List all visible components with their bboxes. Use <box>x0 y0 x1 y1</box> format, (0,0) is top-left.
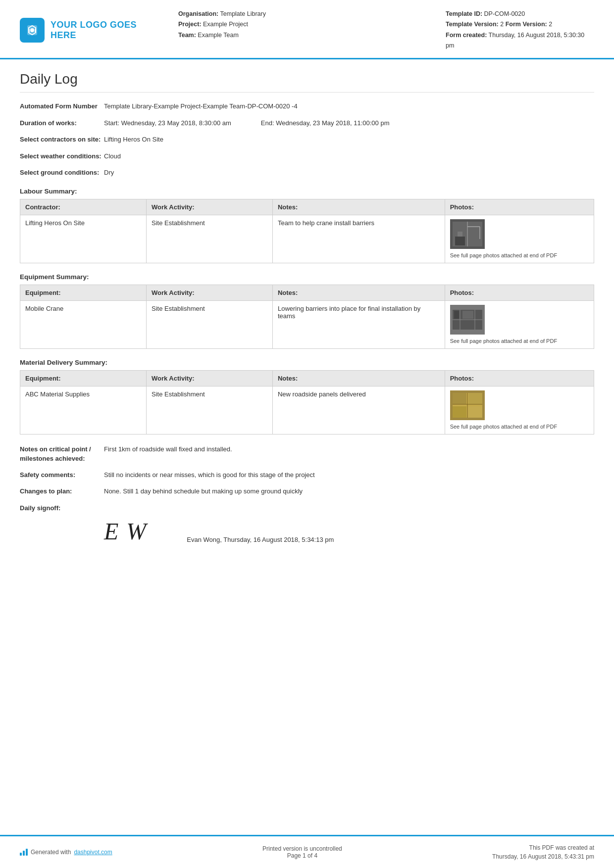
page-footer: Generated with dashpivot.com Printed ver… <box>0 835 614 868</box>
signoff-label: Daily signoff: <box>20 503 104 513</box>
labour-activity-1: Site Establishment <box>146 215 272 263</box>
duration-start: Start: Wednesday, 23 May 2018, 8:30:00 a… <box>104 118 231 128</box>
duration-end: End: Wednesday, 23 May 2018, 11:00:00 pm <box>261 118 390 128</box>
svg-rect-19 <box>453 393 466 404</box>
footer-right: This PDF was created at Thursday, 16 Aug… <box>492 843 594 861</box>
signature-image: E W <box>104 520 147 545</box>
logo-area: YOUR LOGO GOES HERE <box>20 9 158 51</box>
safety-value: Still no incidents or near misses, which… <box>104 470 594 480</box>
contractors-label: Select contractors on site: <box>20 135 104 144</box>
dashpivot-link[interactable]: dashpivot.com <box>74 849 112 856</box>
material-activity-1: Site Establishment <box>146 386 272 434</box>
weather-value: Cloud <box>104 151 594 161</box>
equipment-summary-table: Equipment: Work Activity: Notes: Photos:… <box>20 285 594 349</box>
equipment-col-notes: Notes: <box>272 285 445 300</box>
labour-notes-1: Team to help crane install barriers <box>272 215 445 263</box>
material-table-header: Equipment: Work Activity: Notes: Photos: <box>20 371 594 386</box>
logo-svg <box>25 23 40 38</box>
generated-text: Generated with <box>31 849 71 856</box>
ground-label: Select ground conditions: <box>20 168 104 177</box>
header-meta: Organisation: Template Library Project: … <box>158 9 436 51</box>
equipment-col-activity: Work Activity: <box>146 285 272 300</box>
footer-center-line2: Page 1 of 4 <box>262 852 342 859</box>
duration-value: Start: Wednesday, 23 May 2018, 8:30:00 a… <box>104 118 594 128</box>
crane-photo-svg <box>450 219 485 249</box>
material-summary-table: Equipment: Work Activity: Notes: Photos:… <box>20 370 594 434</box>
field-row-critical: Notes on critical point / milestones ach… <box>20 444 594 463</box>
template-version-row: Template Version: 2 Form Version: 2 <box>446 19 594 30</box>
duration-row: Start: Wednesday, 23 May 2018, 8:30:00 a… <box>104 118 594 128</box>
logo-icon <box>20 18 45 43</box>
contractors-value: Lifting Heros On Site <box>104 135 594 145</box>
form-title: Daily Log <box>20 71 594 93</box>
changes-label: Changes to plan: <box>20 486 104 496</box>
labour-col-contractor: Contractor: <box>20 199 147 215</box>
field-row-safety: Safety comments: Still no incidents or n… <box>20 470 594 480</box>
svg-rect-15 <box>462 311 473 319</box>
material-photos-1: See full page photos attached at end of … <box>445 386 594 434</box>
field-row-contractors: Select contractors on site: Lifting Hero… <box>20 135 594 145</box>
labour-col-notes: Notes: <box>272 199 445 215</box>
logo-text: YOUR LOGO GOES HERE <box>51 20 158 41</box>
labour-row-1: Lifting Heros On Site Site Establishment… <box>20 215 594 263</box>
equipment-photos-1: See full page photos attached at end of … <box>445 300 594 348</box>
labour-summary-heading: Labour Summary: <box>20 188 594 195</box>
dashpivot-icon <box>20 849 28 856</box>
labour-contractor-1: Lifting Heros On Site <box>20 215 147 263</box>
svg-rect-21 <box>453 406 466 418</box>
critical-label: Notes on critical point / milestones ach… <box>20 444 104 463</box>
barriers-photo-svg <box>450 305 485 335</box>
template-id-row: Template ID: DP-COM-0020 <box>446 9 594 19</box>
org-row: Organisation: Template Library <box>178 9 436 19</box>
project-row: Project: Example Project <box>178 19 436 30</box>
main-content: Daily Log Automated Form Number Template… <box>0 59 614 835</box>
material-photo-caption-1: See full page photos attached at end of … <box>450 423 589 430</box>
form-number-value: Template Library-Example Project-Example… <box>104 101 594 111</box>
signoff-name: Evan Wong, Thursday, 16 August 2018, 5:3… <box>187 536 334 545</box>
labour-table-header: Contractor: Work Activity: Notes: Photos… <box>20 199 594 215</box>
svg-rect-6 <box>455 237 465 245</box>
field-row-weather: Select weather conditions: Cloud <box>20 151 594 161</box>
material-equipment-1: ABC Material Supplies <box>20 386 147 434</box>
photo-thumb-crane <box>450 219 485 249</box>
material-row-1: ABC Material Supplies Site Establishment… <box>20 386 594 434</box>
form-created-row: Form created: Thursday, 16 August 2018, … <box>446 30 594 51</box>
panels-photo-svg <box>450 390 485 420</box>
photo-thumb-barriers <box>450 305 485 335</box>
duration-label: Duration of works: <box>20 118 104 128</box>
page-header: YOUR LOGO GOES HERE Organisation: Templa… <box>0 0 614 59</box>
signoff-section: Daily signoff: <box>20 503 594 513</box>
equipment-name-1: Mobile Crane <box>20 300 147 348</box>
footer-center: Printed version is uncontrolled Page 1 o… <box>262 845 342 859</box>
team-row: Team: Example Team <box>178 30 436 41</box>
footer-right-line1: This PDF was created at <box>492 843 594 852</box>
photo-thumb-panels <box>450 390 485 420</box>
footer-right-line2: Thursday, 16 August 2018, 5:43:31 pm <box>492 852 594 861</box>
field-row-duration: Duration of works: Start: Wednesday, 23 … <box>20 118 594 128</box>
svg-rect-7 <box>458 232 462 237</box>
equipment-col-equipment: Equipment: <box>20 285 147 300</box>
labour-col-photos: Photos: <box>445 199 594 215</box>
equipment-activity-1: Site Establishment <box>146 300 272 348</box>
footer-left: Generated with dashpivot.com <box>20 849 112 856</box>
weather-label: Select weather conditions: <box>20 151 104 161</box>
material-col-equipment: Equipment: <box>20 371 147 386</box>
signature-area: E W Evan Wong, Thursday, 16 August 2018,… <box>104 520 594 545</box>
field-row-ground: Select ground conditions: Dry <box>20 168 594 178</box>
svg-rect-14 <box>454 311 459 319</box>
critical-value: First 1km of roadside wall fixed and ins… <box>104 444 594 454</box>
labour-summary-table: Contractor: Work Activity: Notes: Photos… <box>20 199 594 263</box>
equipment-notes-1: Lowering barriers into place for final i… <box>272 300 445 348</box>
equipment-table-header: Equipment: Work Activity: Notes: Photos: <box>20 285 594 300</box>
changes-value: None. Still 1 day behind schedule but ma… <box>104 486 594 496</box>
footer-center-line1: Printed version is uncontrolled <box>262 845 342 852</box>
svg-rect-22 <box>468 406 482 418</box>
material-col-notes: Notes: <box>272 371 445 386</box>
header-right: Template ID: DP-COM-0020 Template Versio… <box>436 9 594 51</box>
safety-label: Safety comments: <box>20 470 104 480</box>
field-row-changes: Changes to plan: None. Still 1 day behin… <box>20 486 594 496</box>
material-notes-1: New roadside panels delivered <box>272 386 445 434</box>
labour-photo-caption-1: See full page photos attached at end of … <box>450 252 589 259</box>
svg-rect-20 <box>468 393 482 404</box>
form-number-label: Automated Form Number <box>20 101 104 111</box>
